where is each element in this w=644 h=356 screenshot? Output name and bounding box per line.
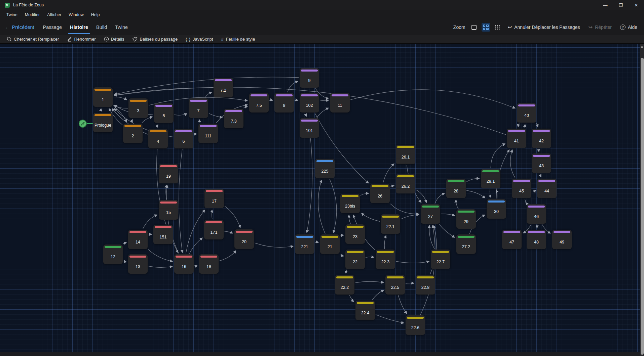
menu-item-modifier[interactable]: Modifier <box>21 10 43 19</box>
tab-histoire[interactable]: Histoire <box>66 19 92 35</box>
passage-node-5[interactable]: 5 <box>154 103 174 123</box>
passage-node-7-5[interactable]: 7.5 <box>249 93 269 113</box>
passage-node-45[interactable]: 45 <box>512 179 531 198</box>
passage-node-29[interactable]: 29 <box>456 209 476 229</box>
passage-node-15[interactable]: 15 <box>159 200 178 220</box>
passage-node-47[interactable]: 47 <box>502 230 522 249</box>
passage-node-14[interactable]: 14 <box>128 230 148 249</box>
passage-node-27[interactable]: 27 <box>421 204 440 224</box>
feuille-de-style-button[interactable]: #Feuille de style <box>217 35 259 43</box>
passage-node-27-2[interactable]: 27.2 <box>456 234 476 254</box>
passage-node-20[interactable]: 20 <box>234 229 254 249</box>
javascript-button[interactable]: { }JavaScript <box>182 35 217 43</box>
passage-node-7[interactable]: 7 <box>189 98 208 118</box>
passage-node-48[interactable]: 48 <box>527 230 546 249</box>
passage-node-prologue[interactable]: Prologue <box>93 113 113 132</box>
passage-title: 101 <box>300 128 319 133</box>
link-27-to-29 <box>441 214 455 216</box>
passage-tag-bar <box>301 120 318 122</box>
passage-title: 5 <box>154 114 174 118</box>
passage-node-22-4[interactable]: 22.4 <box>355 301 375 320</box>
passage-node-7-2[interactable]: 7.2 <box>214 78 233 97</box>
passage-node-22-8[interactable]: 22.8 <box>416 275 435 295</box>
undo-button[interactable]: ↩ Annuler Déplacer les Passages <box>505 24 583 30</box>
passage-node-6[interactable]: 6 <box>174 129 193 148</box>
passage-node-30[interactable]: 30 <box>487 199 506 219</box>
passage-node-26-1[interactable]: 26.1 <box>396 145 415 164</box>
passage-node-22-2[interactable]: 22.2 <box>335 275 354 295</box>
help-button[interactable]: ? Aide <box>617 25 640 30</box>
menu-item-window[interactable]: Window <box>65 10 87 19</box>
passage-node-19[interactable]: 19 <box>159 164 178 183</box>
zoom-medium-button[interactable] <box>482 23 490 32</box>
menu-item-help[interactable]: Help <box>87 10 104 19</box>
passage-node-151[interactable]: 151 <box>153 225 173 244</box>
passage-node-21[interactable]: 21 <box>320 234 340 254</box>
passage-node-43[interactable]: 43 <box>532 153 551 173</box>
passage-node-101[interactable]: 101 <box>300 118 319 138</box>
link-8-to-9 <box>288 81 298 92</box>
passage-node-7-3[interactable]: 7.3 <box>224 109 243 128</box>
tab-passage[interactable]: Passage <box>39 19 66 35</box>
passage-node-221[interactable]: 221 <box>295 234 314 254</box>
back-button[interactable]: ← Précédent <box>0 19 39 35</box>
passage-node-42[interactable]: 42 <box>532 129 551 148</box>
vertical-scrollbar-thumb[interactable] <box>641 58 644 355</box>
passage-node-40[interactable]: 40 <box>517 103 536 123</box>
passage-node-16[interactable]: 16 <box>174 254 194 274</box>
link-21-to-23 <box>340 235 344 236</box>
passage-node-8[interactable]: 8 <box>274 93 294 113</box>
passage-node-44[interactable]: 44 <box>537 179 557 198</box>
passage-node-111[interactable]: 111 <box>198 124 218 143</box>
minimize-button[interactable]: — <box>598 0 613 10</box>
balises-du-passage-button[interactable]: Balises du passage <box>128 35 182 43</box>
passage-node-225[interactable]: 225 <box>315 159 335 178</box>
passage-node-1[interactable]: 1 <box>93 87 113 107</box>
passage-node-22-6[interactable]: 22.6 <box>406 315 425 335</box>
passage-node-11[interactable]: 11 <box>330 93 350 113</box>
passage-node-102[interactable]: 102 <box>300 93 319 113</box>
link-18-to-20 <box>219 251 236 261</box>
scroll-up-arrow-icon[interactable] <box>641 46 643 48</box>
passage-node-9[interactable]: 9 <box>300 68 319 88</box>
passage-node-22[interactable]: 22 <box>345 250 365 269</box>
d-tails-button[interactable]: Détails <box>100 35 128 43</box>
vertical-scrollbar[interactable] <box>640 44 644 356</box>
passage-node-23[interactable]: 23 <box>345 224 365 244</box>
redo-button[interactable]: ↪ Répéter <box>586 24 614 30</box>
passage-node-2[interactable]: 2 <box>123 124 143 143</box>
passage-node-26-2[interactable]: 26.2 <box>396 174 415 193</box>
passage-node-49[interactable]: 49 <box>552 230 572 249</box>
passage-tag-bar <box>488 201 505 203</box>
passage-node-22-5[interactable]: 22.5 <box>385 275 405 295</box>
tab-build[interactable]: Build <box>92 19 111 35</box>
close-button[interactable]: ✕ <box>629 0 644 10</box>
menu-item-twine[interactable]: Twine <box>3 10 21 19</box>
passage-node-46[interactable]: 46 <box>527 204 546 224</box>
passage-node-41[interactable]: 41 <box>507 129 526 148</box>
renommer-button[interactable]: Renommer <box>63 35 100 43</box>
passage-node-28[interactable]: 28 <box>446 179 466 198</box>
passage-node-17[interactable]: 17 <box>204 189 224 208</box>
passage-node-22-7[interactable]: 22.7 <box>431 250 450 269</box>
story-map-canvas[interactable]: 1Prologue3245611177.27.37.58910210111191… <box>0 44 640 352</box>
passage-node-12[interactable]: 12 <box>103 244 123 264</box>
link-22-1-to-23bis <box>362 213 380 222</box>
passage-node-18[interactable]: 18 <box>199 254 219 274</box>
passage-node-4[interactable]: 4 <box>148 129 168 148</box>
passage-node-13[interactable]: 13 <box>128 254 148 274</box>
restore-button[interactable]: ❐ <box>613 0 629 10</box>
passage-node-171[interactable]: 171 <box>204 220 224 239</box>
passage-node-26[interactable]: 26 <box>370 184 390 203</box>
chercher-et-remplacer-button[interactable]: Chercher et Remplacer <box>3 35 63 43</box>
zoom-small-button[interactable] <box>493 23 502 32</box>
horizontal-scrollbar[interactable] <box>0 352 640 356</box>
tab-twine[interactable]: Twine <box>111 19 132 35</box>
zoom-large-button[interactable] <box>470 23 479 32</box>
passage-node-22-3[interactable]: 22.3 <box>376 250 395 269</box>
passage-node-23bis[interactable]: 23bis <box>340 194 360 213</box>
menu-item-afficher[interactable]: Afficher <box>43 10 65 19</box>
passage-node-29-1[interactable]: 29.1 <box>481 169 500 188</box>
passage-node-3[interactable]: 3 <box>128 98 148 118</box>
passage-node-22-1[interactable]: 22.1 <box>381 214 400 234</box>
